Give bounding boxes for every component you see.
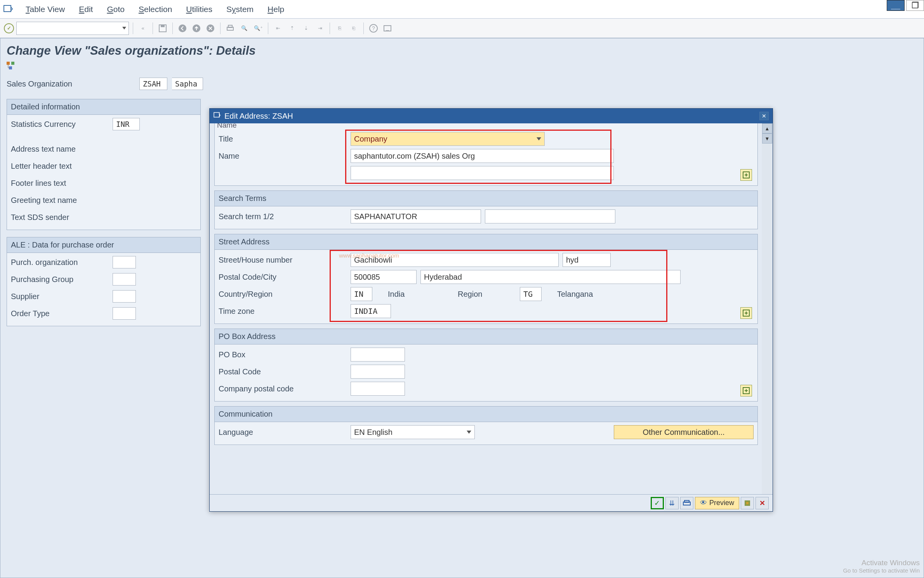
dialog-scrollbar[interactable]: ▲ ▼ <box>762 123 773 494</box>
menu-bar: Table View Edit Goto Selection Utilities… <box>0 0 924 19</box>
stats-currency-input[interactable]: INR <box>113 118 140 130</box>
company-postal-input[interactable] <box>351 382 405 396</box>
language-label: Language <box>219 428 347 437</box>
window-minimize-icon[interactable]: __ <box>887 0 905 11</box>
svg-rect-22 <box>746 502 749 504</box>
stats-currency-label: Statistics Currency <box>11 120 108 129</box>
purch-group-input[interactable] <box>113 273 136 286</box>
pobox-label: PO Box <box>219 350 347 359</box>
title-label: Title <box>219 135 347 144</box>
menu-help[interactable]: Help <box>266 3 286 16</box>
name-input-2[interactable] <box>351 166 614 180</box>
search-terms-header: Search Terms <box>215 191 757 206</box>
company-postal-label: Company postal code <box>219 384 347 393</box>
sales-org-code[interactable]: ZSAH <box>139 78 167 90</box>
layout-icon[interactable] <box>382 22 393 34</box>
shortcut-icon[interactable]: ⎗ <box>348 22 360 34</box>
menu-utilities[interactable]: Utilities <box>184 3 214 16</box>
expand-street-icon[interactable] <box>740 307 752 319</box>
house-number-input[interactable]: hyd <box>563 253 611 267</box>
enter-check-icon[interactable]: ✓ <box>4 23 14 33</box>
region-label: Region <box>458 290 516 299</box>
activate-windows-watermark: Activate Windows Go to Settings to activ… <box>843 559 920 574</box>
application-toolbar: ✓ « 🔍 🔍⁺ ⇤ ⇡ ⇣ ⇥ ⎘ ⎗ ? <box>0 19 924 38</box>
order-type-input[interactable] <box>113 307 136 320</box>
pobox-header: PO Box Address <box>215 329 757 344</box>
command-field[interactable] <box>16 22 129 35</box>
edit-address-dialog: Edit Address: ZSAH ✕ ▲ ▼ Name Title Comp… <box>209 108 773 512</box>
delivery-icon[interactable]: ⇊ <box>665 497 679 509</box>
ok-check-button[interactable]: ✓ <box>651 497 664 509</box>
language-dropdown[interactable]: EN English <box>351 425 475 439</box>
communication-header: Communication <box>215 407 757 422</box>
greeting-text-label: Greeting text name <box>11 196 108 205</box>
scroll-up-icon[interactable]: ▲ <box>762 123 772 133</box>
title-dropdown[interactable]: Company <box>351 132 545 146</box>
menu-system[interactable]: System <box>225 3 255 16</box>
window-restore-icon[interactable]: ❐ <box>906 0 924 11</box>
text-sds-label: Text SDS sender <box>11 213 108 222</box>
next-page-icon[interactable]: ⇣ <box>300 22 312 34</box>
dialog-footer: ✓ ⇊ 👁 Preview ✕ <box>210 494 773 511</box>
name-input[interactable]: saphantutor.com (ZSAH) sales Org <box>351 149 614 163</box>
first-page-icon[interactable]: ⇤ <box>272 22 284 34</box>
expand-pobox-icon[interactable] <box>740 385 752 396</box>
name-section: Name Title Company Name saphantutor.com … <box>214 123 758 186</box>
sales-org-name[interactable]: Sapha <box>172 78 203 90</box>
svg-rect-10 <box>384 26 391 31</box>
help-icon[interactable]: ? <box>368 22 379 34</box>
dialog-close-icon[interactable]: ✕ <box>759 112 769 120</box>
region-code-input[interactable]: TG <box>520 287 542 301</box>
ale-header: ALE : Data for purchase order <box>7 237 200 253</box>
supplier-input[interactable] <box>113 290 136 303</box>
last-page-icon[interactable]: ⇥ <box>314 22 326 34</box>
purch-org-input[interactable] <box>113 256 136 268</box>
pobox-input[interactable] <box>351 348 405 362</box>
country-code-input[interactable]: IN <box>351 287 372 301</box>
menu-selection[interactable]: Selection <box>137 3 174 16</box>
pobox-postal-label: Postal Code <box>219 367 347 376</box>
svg-point-3 <box>179 24 186 32</box>
menu-edit[interactable]: Edit <box>77 3 94 16</box>
print-preview-icon[interactable] <box>680 497 693 509</box>
search-term-1-input[interactable]: SAPHANATUTOR <box>351 209 481 223</box>
save-icon[interactable] <box>157 22 168 34</box>
letter-header-label: Letter header text <box>11 162 108 171</box>
city-input[interactable]: Hyderabad <box>420 270 681 284</box>
exit-round-icon[interactable] <box>191 22 202 34</box>
prev-page-icon[interactable]: ⇡ <box>286 22 298 34</box>
preview-button[interactable]: 👁 Preview <box>695 497 739 509</box>
timezone-label: Time zone <box>219 307 347 316</box>
pobox-postal-input[interactable] <box>351 365 405 379</box>
timezone-input[interactable]: INDIA <box>351 304 391 318</box>
reset-icon[interactable] <box>741 497 754 509</box>
postal-code-input[interactable]: 500085 <box>351 270 417 284</box>
new-session-icon[interactable]: ⎘ <box>334 22 346 34</box>
svg-rect-2 <box>161 25 165 27</box>
menu-table-view[interactable]: Table View <box>24 3 66 16</box>
detailed-info-header: Detailed information <box>7 99 200 115</box>
svg-rect-0 <box>4 5 11 12</box>
menu-goto[interactable]: Goto <box>105 3 126 16</box>
search-term-label: Search term 1/2 <box>219 212 347 221</box>
scroll-step-icon[interactable]: ▼ <box>762 133 772 144</box>
window-controls: __ ❐ <box>887 0 924 11</box>
dialog-title-bar: Edit Address: ZSAH ✕ <box>210 109 773 123</box>
svg-rect-11 <box>386 30 389 31</box>
communication-section: Communication Language EN English Other … <box>214 406 758 445</box>
find-icon[interactable]: 🔍 <box>238 22 250 34</box>
expand-name-icon[interactable] <box>740 169 752 181</box>
back-round-icon[interactable] <box>177 22 188 34</box>
street-label: Street/House number <box>219 256 347 265</box>
other-communication-button[interactable]: Other Communication... <box>614 425 754 439</box>
cancel-x-button[interactable]: ✕ <box>756 497 769 509</box>
watermark-text: www.saphanatutor.com <box>339 252 399 259</box>
dialog-structure-icon[interactable] <box>7 62 15 70</box>
find-next-icon[interactable]: 🔍⁺ <box>252 22 264 34</box>
back-icon[interactable]: « <box>137 22 149 34</box>
print-icon[interactable] <box>224 22 236 34</box>
purch-org-label: Purch. organization <box>11 258 108 267</box>
svg-rect-12 <box>7 62 10 65</box>
cancel-round-icon[interactable] <box>205 22 216 34</box>
search-term-2-input[interactable] <box>485 209 615 223</box>
